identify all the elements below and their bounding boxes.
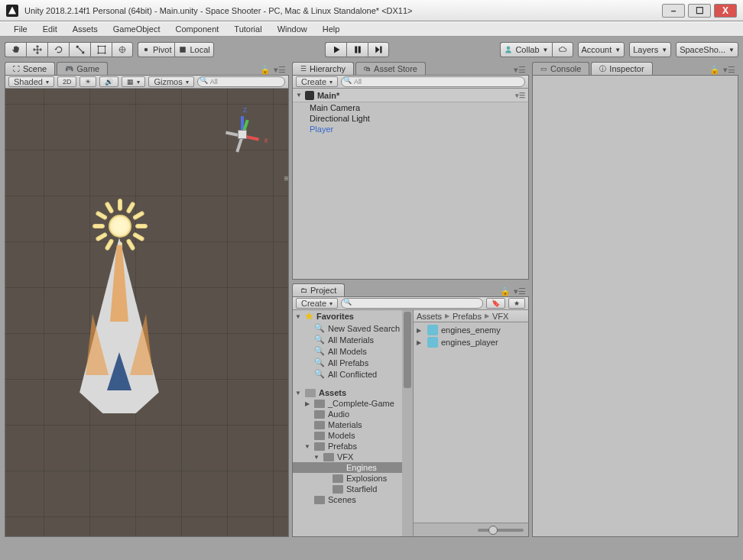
svg-rect-9 — [180, 47, 187, 53]
breadcrumb-item[interactable]: Assets — [417, 312, 442, 321]
asset-store-icon: 🛍 — [364, 65, 371, 73]
asset-item[interactable]: ▶engines_player — [415, 336, 527, 348]
lighting-toggle[interactable]: ☀ — [79, 76, 96, 87]
favorite-item[interactable]: 🔍All Conflicted — [293, 368, 413, 380]
hierarchy-item-player[interactable]: Player — [293, 124, 528, 134]
project-filter-icon[interactable]: 🔖 — [486, 298, 505, 309]
panel-lock-icon[interactable]: 🔒 — [260, 65, 271, 75]
folder-item[interactable]: Starfield — [293, 484, 413, 494]
scene-menu-icon[interactable]: ▾☰ — [515, 92, 525, 99]
folder-item[interactable]: Explosions — [293, 473, 413, 484]
player-ship[interactable] — [78, 238, 161, 413]
move-tool[interactable] — [26, 42, 47, 57]
tab-scene[interactable]: ⛶Scene — [5, 62, 55, 75]
minimize-button[interactable]: – — [662, 4, 685, 18]
folder-item[interactable]: Audio — [293, 409, 413, 419]
favorites-header[interactable]: ▼★Favorites — [293, 310, 413, 322]
folder-item[interactable]: ▼VFX — [293, 452, 413, 462]
breadcrumb-item[interactable]: Prefabs — [453, 312, 482, 321]
menu-component[interactable]: Component — [167, 24, 226, 34]
step-button[interactable] — [368, 42, 389, 57]
toolbar: Pivot Local Collab▼ Account▼ Layers▼ Spa… — [5, 41, 738, 58]
tab-project[interactable]: 🗀Project — [292, 283, 345, 296]
iso-label[interactable]: Iso — [284, 174, 288, 183]
scene-search[interactable]: All — [197, 76, 285, 87]
favorite-item[interactable]: 🔍All Prefabs — [293, 357, 413, 368]
cloud-button[interactable] — [552, 42, 573, 57]
orientation-gizmo[interactable]: Iso — [219, 112, 265, 157]
menu-file[interactable]: File — [6, 24, 35, 34]
favorite-item[interactable]: 🔍All Materials — [293, 334, 413, 345]
hierarchy-list: ▼ Main* ▾☰ Main Camera Directional Light… — [293, 89, 528, 279]
maximize-button[interactable]: ☐ — [688, 4, 711, 18]
scale-tool[interactable] — [69, 42, 90, 57]
audio-toggle[interactable]: 🔊 — [99, 76, 118, 87]
tab-inspector[interactable]: ⓘInspector — [591, 62, 652, 75]
menu-edit[interactable]: Edit — [35, 24, 65, 34]
project-star-icon[interactable]: ★ — [508, 298, 525, 309]
layout-button[interactable]: SpaceSho...▼ — [676, 42, 738, 57]
rect-tool[interactable] — [90, 42, 112, 57]
close-button[interactable]: X — [714, 4, 737, 18]
menu-assets[interactable]: Assets — [65, 24, 105, 34]
folder-item[interactable]: Materials — [293, 419, 413, 430]
layers-button[interactable]: Layers▼ — [629, 42, 671, 57]
menubar: File Edit Assets GameObject Component Tu… — [0, 21, 743, 37]
panel-menu-icon[interactable]: ▾☰ — [514, 286, 526, 296]
fx-toggle[interactable]: ▦▾ — [122, 76, 145, 87]
gizmos-dropdown[interactable]: Gizmos▾ — [148, 76, 193, 87]
favorite-item[interactable]: 🔍All Models — [293, 345, 413, 357]
assets-header[interactable]: ▼Assets — [293, 387, 413, 398]
panel-menu-icon[interactable]: ▾☰ — [514, 65, 526, 75]
hand-tool[interactable] — [5, 42, 26, 57]
unity-logo-icon — [6, 5, 18, 17]
favorite-item[interactable]: 🔍New Saved Search — [293, 322, 413, 334]
scene-view[interactable]: Iso — [5, 89, 288, 536]
folder-item-engines[interactable]: Engines — [293, 462, 413, 473]
shaded-dropdown[interactable]: Shaded▾ — [8, 76, 54, 87]
inspector-body — [533, 76, 738, 536]
menu-gameobject[interactable]: GameObject — [105, 24, 168, 34]
breadcrumb-item[interactable]: VFX — [492, 312, 508, 321]
tab-console[interactable]: ▭Console — [532, 62, 589, 75]
folder-item[interactable]: Scenes — [293, 494, 413, 505]
game-icon: 🎮 — [65, 65, 73, 73]
tab-game[interactable]: 🎮Game — [57, 62, 108, 75]
hierarchy-item-camera[interactable]: Main Camera — [293, 102, 528, 113]
panel-lock-icon[interactable]: 🔒 — [709, 65, 720, 75]
hierarchy-item-light[interactable]: Directional Light — [293, 113, 528, 124]
titlebar: Unity 2018.2.14f1 Personal (64bit) - Mai… — [0, 0, 743, 21]
tab-hierarchy[interactable]: ☰Hierarchy — [292, 62, 354, 75]
pivot-button[interactable]: Pivot — [138, 42, 174, 57]
panel-menu-icon[interactable]: ▾☰ — [274, 65, 286, 75]
scene-header[interactable]: ▼ Main* ▾☰ — [293, 89, 528, 102]
status-bar — [5, 540, 738, 555]
folder-item[interactable]: ▼Prefabs — [293, 441, 413, 452]
project-tree-scrollbar[interactable] — [402, 310, 413, 536]
menu-tutorial[interactable]: Tutorial — [226, 24, 269, 34]
play-button[interactable] — [325, 42, 346, 57]
svg-point-6 — [104, 52, 105, 53]
hierarchy-search[interactable]: All — [341, 76, 525, 87]
collab-button[interactable]: Collab▼ — [500, 42, 551, 57]
asset-item[interactable]: ▶engines_enemy — [415, 324, 527, 336]
combined-tool[interactable] — [112, 42, 133, 57]
pause-button[interactable] — [346, 42, 368, 57]
folder-item[interactable]: Models — [293, 430, 413, 441]
rotate-tool[interactable] — [47, 42, 69, 57]
account-button[interactable]: Account▼ — [578, 42, 625, 57]
project-create[interactable]: Create▾ — [296, 298, 338, 309]
hierarchy-create[interactable]: Create▾ — [296, 76, 338, 87]
menu-window[interactable]: Window — [270, 24, 315, 34]
local-button[interactable]: Local — [174, 42, 213, 57]
2d-toggle[interactable]: 2D — [57, 76, 77, 87]
panel-lock-icon[interactable]: 🔒 — [500, 286, 511, 296]
tab-asset-store[interactable]: 🛍Asset Store — [355, 62, 426, 75]
folder-item[interactable]: ▶_Complete-Game — [293, 398, 413, 409]
project-search[interactable] — [341, 298, 483, 309]
scene-toolbar: Shaded▾ 2D ☀ 🔊 ▦▾ Gizmos▾ All — [5, 76, 288, 89]
menu-help[interactable]: Help — [315, 24, 348, 34]
panel-menu-icon[interactable]: ▾☰ — [723, 65, 735, 75]
svg-rect-10 — [355, 47, 357, 53]
thumbnail-size-slider[interactable] — [478, 529, 524, 532]
